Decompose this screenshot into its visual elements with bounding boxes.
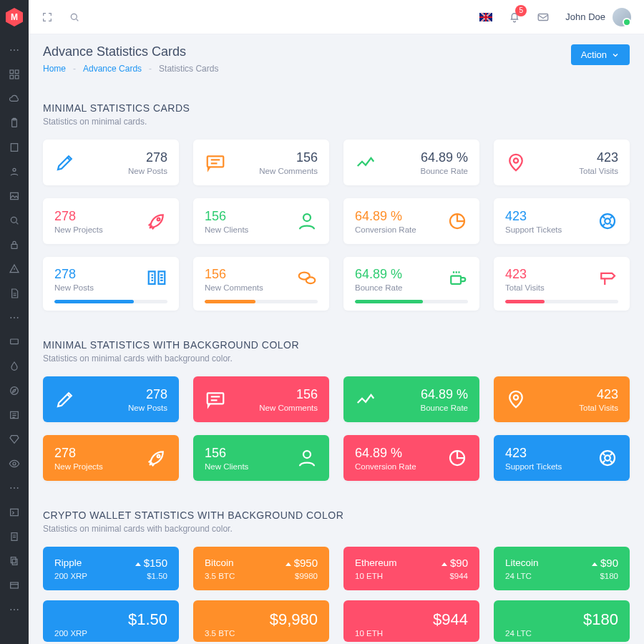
user-icon[interactable] bbox=[9, 166, 20, 177]
svg-point-35 bbox=[303, 451, 311, 458]
layout-icon[interactable] bbox=[9, 580, 20, 591]
search-icon[interactable] bbox=[9, 215, 20, 226]
stat-card: 64.89 %Bounce Rate bbox=[343, 140, 479, 185]
svg-point-28 bbox=[605, 218, 610, 224]
clipboard-icon[interactable] bbox=[9, 117, 20, 129]
stat-label: New Comments bbox=[205, 283, 263, 292]
crypto-card: Ripple$150 200 XRP$1.50 bbox=[43, 547, 179, 590]
svg-rect-16 bbox=[11, 533, 17, 541]
crypto-card: Ethereum$90 10 ETH$944 bbox=[343, 547, 479, 590]
avatar bbox=[613, 8, 631, 26]
crypto-value: $1.50 bbox=[147, 572, 167, 580]
stat-card: 423Support Tickets bbox=[494, 198, 630, 244]
dashboard-icon[interactable] bbox=[9, 69, 20, 80]
stat-value: 278 bbox=[54, 209, 103, 224]
stat-card: 278New Projects bbox=[43, 198, 179, 244]
user-icon bbox=[296, 210, 318, 232]
stat-value: 64.89 % bbox=[355, 267, 403, 282]
warning-icon[interactable] bbox=[9, 263, 20, 275]
crypto-holdings: 10 ETH bbox=[355, 629, 383, 638]
caret-up-icon bbox=[592, 562, 597, 566]
crypto-big-card: $9,980 3.5 BTC bbox=[193, 600, 329, 642]
stat-card-colored: 423Total Visits bbox=[494, 376, 630, 422]
stat-label: Support Tickets bbox=[505, 225, 562, 234]
section-minimal: MINIMAL STATISTICS CARDS Statistics on m… bbox=[43, 102, 630, 311]
fullscreen-icon[interactable] bbox=[42, 11, 53, 23]
news-icon[interactable] bbox=[9, 409, 20, 421]
svg-point-25 bbox=[303, 214, 311, 221]
svg-rect-2 bbox=[15, 75, 19, 79]
crypto-holdings: 3.5 BTC bbox=[205, 629, 235, 638]
stat-card-progress: 423Total Visits bbox=[494, 257, 630, 311]
terminal-icon[interactable] bbox=[9, 507, 20, 518]
signpost-icon bbox=[597, 267, 618, 288]
stat-value: 64.89 % bbox=[355, 209, 416, 224]
caret-up-icon bbox=[441, 562, 447, 566]
document-icon[interactable] bbox=[9, 531, 20, 542]
logo-mark: M bbox=[6, 8, 23, 26]
stat-label: Total Visits bbox=[579, 167, 618, 175]
search-icon[interactable] bbox=[69, 11, 80, 23]
svg-rect-0 bbox=[10, 70, 14, 74]
eye-icon[interactable] bbox=[9, 458, 20, 469]
speech-icon bbox=[205, 152, 226, 173]
stat-value: 278 bbox=[128, 150, 167, 165]
section-minimal-bg: MINIMAL STATISTICS WITH BACKGROUND COLOR… bbox=[43, 339, 630, 481]
svg-point-14 bbox=[13, 462, 16, 465]
breadcrumb-separator: - bbox=[73, 64, 76, 74]
drop-icon[interactable] bbox=[9, 361, 20, 372]
stat-card-progress: 278New Posts bbox=[43, 257, 179, 311]
breadcrumb-current: Statistics Cards bbox=[159, 64, 218, 74]
progress-bar bbox=[505, 300, 618, 303]
svg-rect-11 bbox=[11, 339, 19, 344]
monitor-icon[interactable] bbox=[9, 336, 20, 348]
nav-more-icon-3[interactable]: ⋯ bbox=[9, 482, 20, 494]
nav-more-icon-4[interactable]: ⋯ bbox=[9, 604, 20, 615]
mail-icon[interactable] bbox=[537, 11, 550, 24]
stat-value: 64.89 % bbox=[421, 387, 469, 402]
action-button[interactable]: Action bbox=[571, 44, 630, 65]
crypto-price: $90 bbox=[592, 557, 618, 569]
crypto-holdings: 200 XRP bbox=[54, 629, 87, 638]
crypto-holdings: 24 LTC bbox=[505, 572, 532, 580]
stat-card-colored: 278New Posts bbox=[43, 376, 179, 422]
crypto-big-value: $944 bbox=[355, 610, 468, 629]
stat-card-colored: 64.89 %Conversion Rate bbox=[343, 435, 479, 481]
svg-rect-1 bbox=[15, 70, 19, 74]
notifications-button[interactable]: 5 bbox=[508, 11, 521, 24]
stat-card: 423Total Visits bbox=[494, 140, 630, 185]
breadcrumb-home[interactable]: Home bbox=[43, 64, 66, 74]
stat-card-colored: 156New Comments bbox=[193, 376, 329, 422]
action-label: Action bbox=[581, 49, 607, 60]
crypto-name: Bitcoin bbox=[205, 557, 234, 568]
stat-label: New Posts bbox=[128, 404, 167, 412]
speech-icon bbox=[205, 389, 226, 410]
lock-icon[interactable] bbox=[9, 239, 20, 250]
progress-bar bbox=[54, 300, 167, 303]
nav-more-icon-2[interactable]: ⋯ bbox=[9, 312, 20, 323]
logo[interactable]: M bbox=[0, 0, 29, 34]
nav-more-icon[interactable]: ⋯ bbox=[9, 44, 20, 56]
cloud-icon[interactable] bbox=[9, 93, 20, 104]
file-icon[interactable] bbox=[9, 288, 20, 299]
language-flag-uk[interactable] bbox=[479, 13, 492, 21]
lifebuoy-icon bbox=[597, 210, 618, 232]
chevron-down-icon bbox=[611, 51, 620, 59]
crypto-holdings: 3.5 BTC bbox=[205, 572, 235, 580]
stat-value: 423 bbox=[505, 267, 545, 282]
crypto-value: $9980 bbox=[295, 572, 318, 580]
svg-point-38 bbox=[605, 455, 610, 461]
stat-card: 64.89 %Conversion Rate bbox=[343, 198, 479, 244]
book-icon[interactable] bbox=[9, 142, 20, 153]
image-icon[interactable] bbox=[9, 190, 20, 202]
user-menu[interactable]: John Doe bbox=[565, 8, 631, 26]
svg-point-30 bbox=[306, 277, 316, 283]
user-name: John Doe bbox=[565, 11, 605, 22]
breadcrumb-advance-cards[interactable]: Advance Cards bbox=[83, 64, 142, 74]
diamond-icon[interactable] bbox=[9, 434, 20, 445]
pie-icon bbox=[447, 447, 468, 469]
stat-value: 423 bbox=[579, 150, 618, 165]
copy-icon[interactable] bbox=[9, 555, 20, 567]
svg-point-23 bbox=[514, 158, 518, 162]
compass-icon[interactable] bbox=[9, 385, 20, 396]
